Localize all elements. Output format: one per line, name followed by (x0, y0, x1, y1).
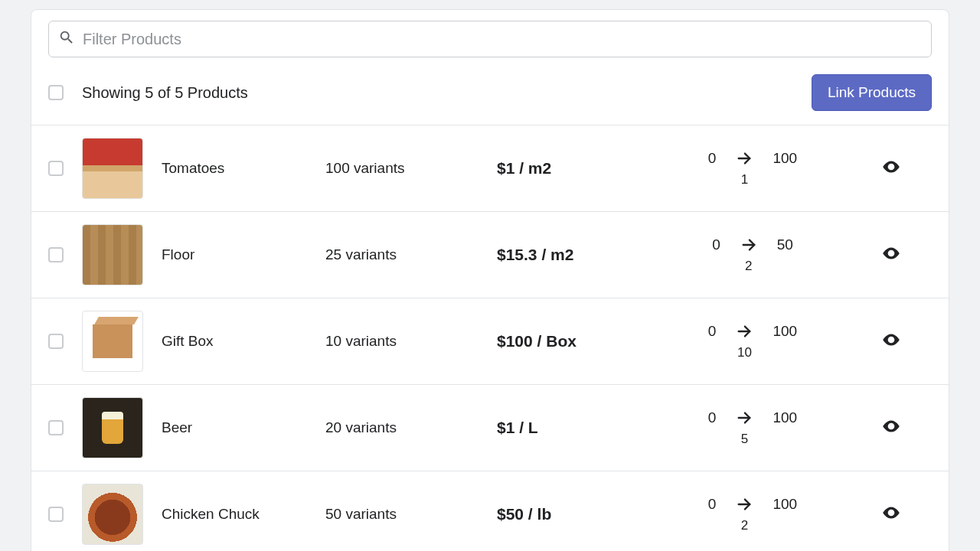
product-row: Chicken Chuck50 variants$50 / lb02100 (31, 471, 949, 551)
product-range: 05100 (676, 409, 829, 447)
product-row: Floor25 variants$15.3 / m20250 (31, 211, 949, 298)
row-checkbox[interactable] (48, 247, 64, 262)
products-card: Showing 5 of 5 Products Link Products To… (31, 9, 949, 551)
range-arrow-group: 10 (736, 323, 753, 360)
arrow-right-icon (736, 409, 753, 430)
product-thumbnail (82, 484, 143, 545)
arrow-right-icon (736, 150, 753, 171)
product-row: Gift Box10 variants$100 / Box010100 (31, 298, 949, 384)
product-name: Tomatoes (162, 160, 307, 177)
product-thumbnail (82, 224, 143, 285)
product-thumbnail (82, 138, 143, 199)
range-arrow-group: 5 (736, 409, 753, 447)
svg-point-3 (890, 252, 893, 255)
product-variants: 100 variants (325, 160, 479, 177)
svg-point-7 (890, 425, 893, 428)
product-row: Beer20 variants$1 / L05100 (31, 384, 949, 471)
product-range: 02100 (676, 496, 829, 533)
select-all-checkbox[interactable] (48, 85, 64, 100)
svg-point-5 (890, 338, 893, 341)
range-from: 0 (708, 323, 717, 340)
view-icon[interactable] (881, 157, 901, 180)
product-name: Beer (162, 419, 307, 436)
product-name: Chicken Chuck (162, 506, 307, 523)
range-from: 0 (708, 150, 717, 167)
product-variants: 25 variants (325, 246, 479, 263)
product-range: 010100 (676, 323, 829, 360)
range-step: 2 (745, 259, 752, 274)
range-step: 5 (741, 432, 748, 447)
arrow-right-icon (736, 323, 753, 344)
row-checkbox[interactable] (48, 507, 64, 522)
row-actions (848, 503, 932, 526)
range-from: 0 (712, 236, 720, 253)
range-arrow-group: 2 (736, 496, 753, 533)
header-row: Showing 5 of 5 Products Link Products (31, 64, 949, 125)
search-bar-wrap (31, 10, 949, 64)
arrow-right-icon (736, 496, 753, 517)
row-actions (848, 416, 932, 439)
range-from: 0 (708, 496, 717, 513)
product-price: $50 / lb (497, 505, 658, 523)
product-variants: 20 variants (325, 419, 479, 436)
product-variants: 50 variants (325, 506, 479, 523)
search-bar[interactable] (48, 21, 932, 57)
view-icon[interactable] (881, 416, 901, 439)
view-icon[interactable] (881, 330, 901, 353)
row-actions (848, 243, 932, 266)
row-checkbox[interactable] (48, 334, 64, 349)
range-to: 100 (773, 323, 797, 340)
range-step: 1 (741, 172, 748, 187)
product-price: $1 / L (497, 419, 658, 437)
view-icon[interactable] (881, 243, 901, 266)
product-name: Floor (162, 246, 307, 263)
range-to: 50 (777, 236, 793, 253)
svg-point-9 (890, 511, 893, 514)
range-step: 2 (741, 518, 748, 533)
range-to: 100 (773, 409, 797, 426)
product-price: $100 / Box (497, 332, 658, 350)
row-checkbox[interactable] (48, 161, 64, 176)
row-actions (848, 157, 932, 180)
product-variants: 10 variants (325, 333, 479, 350)
svg-point-1 (890, 165, 893, 168)
product-range: 01100 (676, 150, 829, 187)
view-icon[interactable] (881, 503, 901, 526)
row-actions (848, 330, 932, 353)
product-name: Gift Box (162, 333, 307, 350)
product-row: Tomatoes100 variants$1 / m201100 (31, 125, 949, 211)
product-price: $15.3 / m2 (497, 246, 658, 264)
range-arrow-group: 1 (736, 150, 753, 187)
row-checkbox[interactable] (48, 420, 64, 435)
search-input[interactable] (83, 31, 922, 48)
range-step: 10 (737, 345, 752, 360)
product-thumbnail (82, 397, 143, 458)
product-thumbnail (82, 311, 143, 372)
link-products-button[interactable]: Link Products (812, 74, 932, 111)
product-range: 0250 (676, 236, 829, 274)
product-list: Tomatoes100 variants$1 / m201100Floor25 … (31, 125, 949, 551)
range-arrow-group: 2 (740, 236, 757, 274)
range-to: 100 (773, 150, 797, 167)
arrow-right-icon (740, 236, 757, 257)
range-to: 100 (773, 496, 797, 513)
search-icon (58, 29, 75, 49)
product-price: $1 / m2 (497, 159, 658, 178)
range-from: 0 (708, 409, 717, 426)
showing-count: Showing 5 of 5 Products (82, 84, 793, 102)
